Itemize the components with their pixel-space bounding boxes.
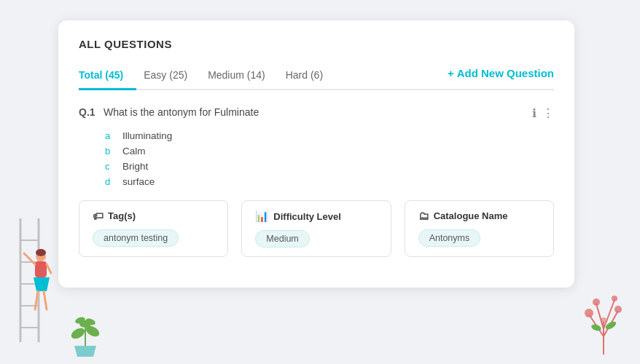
- more-options-icon[interactable]: ⋮: [542, 106, 554, 120]
- svg-point-8: [36, 249, 46, 256]
- svg-point-32: [604, 320, 617, 331]
- add-button-label: Add New Question: [457, 67, 554, 79]
- svg-point-21: [85, 317, 96, 326]
- option-a-letter: a: [105, 130, 117, 141]
- svg-point-29: [593, 298, 600, 306]
- option-a-text: Illuminating: [122, 130, 172, 141]
- option-d-text: surface: [122, 176, 155, 187]
- add-new-question-button[interactable]: + Add New Question: [448, 67, 554, 85]
- question-number: Q.1: [79, 106, 99, 118]
- tags-card: 🏷 Tag(s) antonym testing: [79, 200, 228, 257]
- tab-hard[interactable]: Hard (6): [286, 63, 336, 90]
- svg-point-27: [585, 309, 593, 317]
- svg-point-30: [612, 296, 617, 301]
- tag-value[interactable]: antonym testing: [93, 229, 179, 247]
- option-c-letter: c: [105, 161, 117, 172]
- catalogue-card: 🗂 Catalogue Name Antonyms: [405, 200, 554, 257]
- svg-line-24: [604, 311, 618, 336]
- difficulty-value[interactable]: Medium: [255, 230, 309, 248]
- catalogue-label: 🗂 Catalogue Name: [418, 210, 540, 222]
- svg-point-20: [74, 316, 86, 325]
- svg-line-11: [24, 253, 35, 264]
- option-b: b Calm: [105, 146, 554, 157]
- svg-line-25: [596, 304, 604, 329]
- option-c-text: Bright: [122, 161, 148, 172]
- difficulty-label-text: Difficulty Level: [273, 211, 340, 222]
- page-title: ALL QUESTIONS: [79, 38, 554, 50]
- question-row: Q.1 What is the antonym for Fulminate ℹ …: [79, 106, 554, 120]
- svg-point-19: [79, 320, 91, 328]
- question-block: Q.1 What is the antonym for Fulminate ℹ …: [79, 103, 554, 267]
- question-icons: ℹ ⋮: [532, 106, 554, 120]
- svg-point-17: [69, 326, 86, 341]
- svg-rect-9: [35, 261, 47, 277]
- svg-marker-15: [74, 346, 96, 357]
- svg-line-26: [604, 300, 614, 329]
- svg-point-33: [590, 323, 602, 332]
- plus-icon: +: [448, 67, 454, 79]
- tab-medium[interactable]: Medium (14): [208, 63, 278, 90]
- svg-point-28: [614, 306, 622, 313]
- options-list: a Illuminating b Calm c Bright d surface: [105, 130, 554, 187]
- question-text: What is the antonym for Fulminate: [104, 106, 522, 118]
- tabs-row: Total (45) Easy (25) Medium (14) Hard (6…: [79, 63, 554, 90]
- svg-point-18: [84, 324, 101, 339]
- option-c: c Bright: [105, 161, 554, 172]
- svg-line-13: [35, 291, 38, 309]
- svg-line-14: [44, 291, 47, 309]
- option-b-text: Calm: [122, 146, 146, 157]
- tab-easy[interactable]: Easy (25): [144, 63, 200, 90]
- bar-chart-icon: 📊: [255, 210, 269, 223]
- svg-marker-10: [34, 277, 50, 291]
- svg-point-7: [36, 251, 46, 261]
- catalogue-icon: 🗂: [418, 210, 429, 222]
- tags-label: 🏷 Tag(s): [93, 210, 214, 222]
- tags-label-text: Tag(s): [108, 210, 136, 221]
- main-card: ALL QUESTIONS Total (45) Easy (25) Mediu…: [58, 20, 574, 288]
- difficulty-label: 📊 Difficulty Level: [255, 210, 377, 223]
- info-icon[interactable]: ℹ: [532, 106, 536, 120]
- svg-line-23: [589, 314, 604, 336]
- option-d-letter: d: [105, 176, 117, 187]
- tag-icon: 🏷: [93, 210, 104, 222]
- tab-total[interactable]: Total (45): [79, 63, 136, 90]
- catalogue-label-text: Catalogue Name: [434, 210, 508, 221]
- meta-row: 🏷 Tag(s) antonym testing 📊 Difficulty Le…: [79, 200, 554, 257]
- svg-line-12: [47, 264, 51, 273]
- difficulty-card: 📊 Difficulty Level Medium: [241, 200, 391, 257]
- catalogue-value[interactable]: Antonyms: [418, 229, 481, 247]
- option-a: a Illuminating: [105, 130, 554, 141]
- option-b-letter: b: [105, 146, 117, 157]
- svg-point-31: [601, 317, 606, 323]
- option-d: d surface: [105, 176, 554, 187]
